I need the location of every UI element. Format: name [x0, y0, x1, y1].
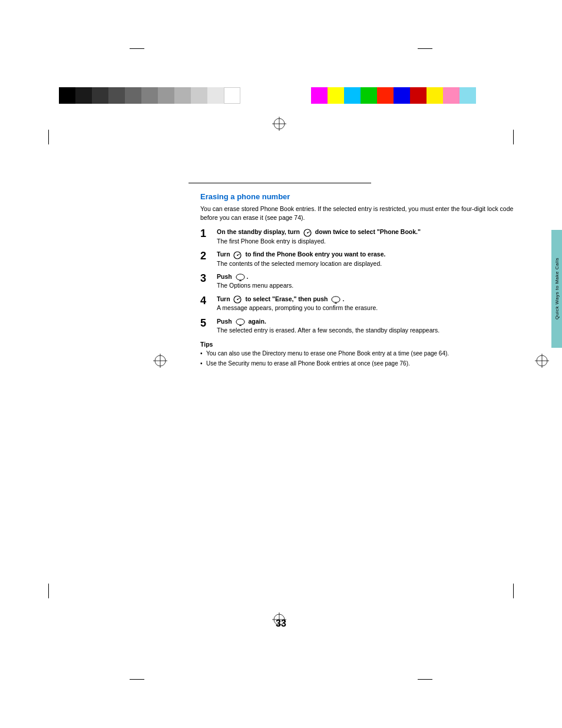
- swatch-darkred: [410, 87, 427, 104]
- step-1-main: On the standby display, turn down twice …: [217, 228, 530, 236]
- top-divider: [189, 183, 371, 183]
- swatch-pink: [443, 87, 459, 104]
- dial-icon-1: [303, 229, 312, 237]
- reg-mark-top: [272, 117, 286, 133]
- push-icon-1: [235, 273, 246, 281]
- swatch-white: [224, 87, 240, 104]
- step-3-number: 3: [200, 272, 213, 285]
- swatch-2: [92, 87, 108, 104]
- reg-mark-left: [153, 354, 167, 370]
- tip-item-1: You can also use the Directory menu to e…: [200, 350, 530, 358]
- step-5-content: Push again. The selected entry is erased…: [217, 317, 530, 335]
- push-icon-2: [330, 295, 341, 304]
- intro-text: You can erase stored Phone Book entries.…: [200, 205, 530, 222]
- swatch-3: [108, 87, 125, 104]
- step-4-number: 4: [200, 295, 213, 308]
- step-5-sub: The selected entry is erased. After a fe…: [217, 326, 530, 335]
- step-2-content: Turn to find the Phone Book entry you wa…: [217, 250, 530, 268]
- swatch-5: [141, 87, 158, 104]
- swatch-cyan: [344, 87, 361, 104]
- swatch-green: [361, 87, 377, 104]
- color-bars: [0, 87, 562, 104]
- tips-section: Tips You can also use the Directory menu…: [200, 341, 530, 368]
- svg-point-15: [237, 255, 238, 256]
- step-2-sub: The contents of the selected memory loca…: [217, 259, 530, 268]
- swatch-yellow2: [427, 87, 443, 104]
- step-2-number: 2: [200, 250, 213, 263]
- tips-list: You can also use the Directory menu to e…: [200, 350, 530, 368]
- swatch-8: [191, 87, 207, 104]
- trim-mark: [130, 48, 144, 49]
- step-3-main: Push .: [217, 272, 530, 281]
- step-1-number: 1: [200, 228, 213, 241]
- step-5-number: 5: [200, 317, 213, 330]
- swatch-9: [207, 87, 224, 104]
- step-3-sub: The Options menu appears.: [217, 281, 530, 290]
- swatch-yellow: [328, 87, 344, 104]
- dial-icon-2: [233, 251, 242, 259]
- page-number: 33: [276, 618, 286, 629]
- trim-mark: [48, 130, 49, 144]
- step-5: 5 Push again. The selected entry is eras…: [200, 317, 530, 335]
- svg-point-13: [307, 232, 308, 233]
- step-4-content: Turn to select "Erase," then push . A me…: [217, 295, 530, 312]
- main-content: Erasing a phone number You can erase sto…: [189, 187, 542, 370]
- step-1: 1 On the standby display, turn down twic…: [200, 228, 530, 245]
- push-icon-3: [235, 318, 246, 326]
- grayscale-bar: [59, 87, 240, 104]
- swatch-blue: [394, 87, 410, 104]
- dial-icon-3: [233, 295, 242, 304]
- step-1-sub: The first Phone Book entry is displayed.: [217, 237, 530, 246]
- tips-title: Tips: [200, 341, 530, 348]
- sidebar-tab: Quick Ways to Make Calls: [551, 230, 562, 348]
- sidebar-tab-label: Quick Ways to Make Calls: [554, 258, 560, 319]
- swatch-black: [59, 87, 75, 104]
- svg-point-18: [237, 299, 238, 300]
- swatch-magenta: [311, 87, 328, 104]
- trim-mark: [418, 48, 432, 49]
- color-bar-right: [311, 87, 476, 104]
- section-title: Erasing a phone number: [200, 192, 530, 201]
- step-2: 2 Turn to find the Phone Book entry you …: [200, 250, 530, 268]
- step-3: 3 Push . The Options menu appears.: [200, 272, 530, 290]
- tip-item-2: Use the Security menu to erase all Phone…: [200, 360, 530, 368]
- swatch-1: [75, 87, 92, 104]
- swatch-red: [377, 87, 394, 104]
- trim-mark: [418, 679, 432, 680]
- swatch-6: [158, 87, 174, 104]
- step-4-main: Turn to select "Erase," then push .: [217, 295, 530, 304]
- trim-mark: [513, 584, 514, 598]
- step-1-content: On the standby display, turn down twice …: [217, 228, 530, 245]
- trim-mark: [513, 130, 514, 144]
- step-4: 4 Turn to select "Erase," then push . A …: [200, 295, 530, 312]
- trim-mark: [130, 679, 144, 680]
- step-5-main: Push again.: [217, 317, 530, 326]
- step-2-main: Turn to find the Phone Book entry you wa…: [217, 250, 530, 259]
- step-3-content: Push . The Options menu appears.: [217, 272, 530, 290]
- swatch-7: [174, 87, 191, 104]
- swatch-4: [125, 87, 141, 104]
- step-4-sub: A message appears, prompting you to conf…: [217, 304, 530, 312]
- trim-mark: [48, 584, 49, 598]
- swatch-lightblue: [459, 87, 476, 104]
